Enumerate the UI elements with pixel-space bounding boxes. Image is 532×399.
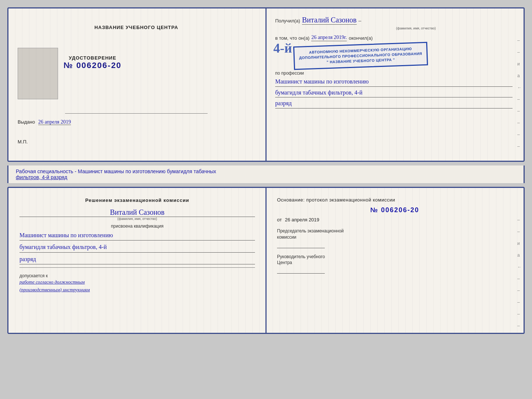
dash-b1: –: [517, 217, 522, 222]
bottom-left-page: Решением экзаменационной комиссии Витали…: [8, 188, 266, 333]
top-certificate-booklet: НАЗВАНИЕ УЧЕБНОГО ЦЕНТРА УДОСТОВЕРЕНИЕ №…: [7, 7, 525, 162]
issued-label: Выдано: [18, 119, 35, 125]
bottom-right-page: Основание: протокол экзаменационной коми…: [266, 188, 524, 333]
okonchil-label: окончил(а): [349, 35, 373, 41]
qual-line2: бумагидля табачных фильтров, 4-й: [19, 242, 255, 252]
chairman-label-text1: Председатель экзаменационной: [277, 228, 344, 234]
date-handwritten: 26 апреля 2019г.: [311, 35, 347, 41]
допускается-label: допускается к: [19, 273, 48, 278]
qualification-label: присвоена квалификация: [19, 224, 255, 229]
dash-b7: –: [517, 323, 522, 328]
cert-number: № 006206-20: [64, 61, 122, 70]
qual-line1: Машинист машины по изготовлению: [19, 230, 255, 241]
protocol-num: № 006206-20: [277, 206, 513, 214]
arrow-label: ←: [517, 85, 522, 90]
decision-title: Решением экзаменационной комиссии: [19, 197, 255, 204]
issued-date: 26 апреля 2019: [38, 119, 71, 125]
profession-line3: разряд: [275, 99, 513, 108]
ot-label: от: [277, 217, 282, 222]
stamp-number: 4-й: [273, 40, 292, 56]
photo-placeholder: [18, 48, 58, 99]
center-title: НАЗВАНИЕ УЧЕБНОГО ЦЕНТРА: [94, 25, 178, 30]
issued-line: Выдано 26 апреля 2019: [18, 119, 255, 125]
dash2: –: [517, 50, 522, 55]
ot-date-value: 26 апреля 2019: [285, 217, 320, 222]
dash-b6: –: [517, 311, 522, 317]
person-name: Виталий Сазонов: [19, 208, 255, 217]
middle-text2: фильтров, 4-й разряд: [16, 174, 67, 180]
dash-after-name: –: [359, 18, 362, 24]
dash-b5: –: [517, 300, 522, 305]
recipient-name: Виталий Сазонов: [302, 16, 357, 25]
podpis-block-chairman: Председатель экзаменационной комиссии: [277, 228, 513, 248]
middle-strip: Рабочая специальность - Машинист машины …: [7, 165, 525, 183]
right-side-dashes: – – и а ← – – – – –: [517, 38, 522, 149]
chairman-signature-line: [277, 248, 325, 248]
cert-right-page: Получил(а) Виталий Сазонов – (фамилия, и…: [264, 8, 524, 161]
profession-label-text: по профессии: [275, 71, 304, 76]
dash5: –: [517, 120, 522, 125]
osnov-text: Основание: протокол экзаменационной коми…: [277, 197, 513, 203]
director-label-text1: Руководитель учебного: [277, 254, 325, 259]
person-name-block: Виталий Сазонов (фамилия, имя, отчество): [19, 208, 255, 221]
chairman-label-text2: комиссии: [277, 235, 296, 240]
a-label-b: а: [517, 253, 522, 258]
dash3: –: [517, 97, 522, 102]
director-label: Руководитель учебного Центра: [277, 254, 513, 266]
qual-line3: разряд: [19, 254, 255, 264]
stamp-block: 4-й АВТОНОМНУЮ НЕКОММЕРЧЕСКУЮ ОРГАНИЗАЦИ…: [275, 44, 513, 68]
ot-date: от 26 апреля 2019: [277, 217, 513, 222]
arrow-label-b: ←: [517, 264, 522, 270]
bottom-certificate-booklet: Решением экзаменационной комиссии Витали…: [7, 187, 525, 334]
допускается-line: допускается к работе согласно должностны…: [19, 273, 255, 294]
dash7: –: [517, 144, 522, 149]
a-label: а: [517, 73, 522, 78]
profession-line2: бумагидля табачных фильтров, 4-й: [275, 88, 513, 98]
cert-number-block: УДОСТОВЕРЕНИЕ № 006206-20: [64, 55, 122, 70]
dash-b3: –: [517, 276, 522, 281]
i-label: и: [517, 61, 522, 67]
stamp-rectangle: АВТОНОМНУЮ НЕКОММЕРЧЕСКУЮ ОРГАНИЗАЦИЮ ДО…: [293, 42, 428, 70]
director-label-text2: Центра: [277, 260, 292, 265]
podpis-block-director: Руководитель учебного Центра: [277, 254, 513, 274]
dash-b2: –: [517, 229, 522, 234]
cert-left-page: НАЗВАНИЕ УЧЕБНОГО ЦЕНТРА УДОСТОВЕРЕНИЕ №…: [8, 8, 264, 161]
right-dashes-bottom: – – и а ← – – – – –: [517, 217, 522, 328]
vtom-line: в том, что он(а) 26 апреля 2019г. окончи…: [275, 35, 513, 41]
profession-label: по профессии: [275, 71, 513, 76]
chairman-label: Председатель экзаменационной комиссии: [277, 228, 513, 241]
page-wrapper: НАЗВАНИЕ УЧЕБНОГО ЦЕНТРА УДОСТОВЕРЕНИЕ №…: [7, 7, 525, 334]
received-label: Получил(а): [275, 18, 300, 24]
допускается-text: работе согласно должностным: [19, 278, 255, 286]
fio-hint-top: (фамилия, имя, отчество): [319, 26, 513, 30]
recipient-line: Получил(а) Виталий Сазонов –: [275, 16, 513, 25]
director-signature-line: [277, 273, 325, 274]
i-label-b: и: [517, 241, 522, 246]
profession-line1: Машинист машины по изготовлению: [275, 77, 513, 87]
middle-text: Рабочая специальность - Машинист машины …: [16, 168, 216, 174]
dash1: –: [517, 38, 522, 43]
fio-hint-bottom: (фамилия, имя, отчество): [19, 217, 255, 221]
dash6: –: [517, 132, 522, 137]
dash4: –: [517, 108, 522, 114]
mp-label: М.П.: [18, 139, 28, 145]
vtom-label: в том, что он(а): [275, 35, 309, 41]
допускается-text2: (производственным) инструкциям: [19, 286, 255, 294]
dash-b4: –: [517, 288, 522, 293]
cert-label: УДОСТОВЕРЕНИЕ: [64, 55, 122, 61]
